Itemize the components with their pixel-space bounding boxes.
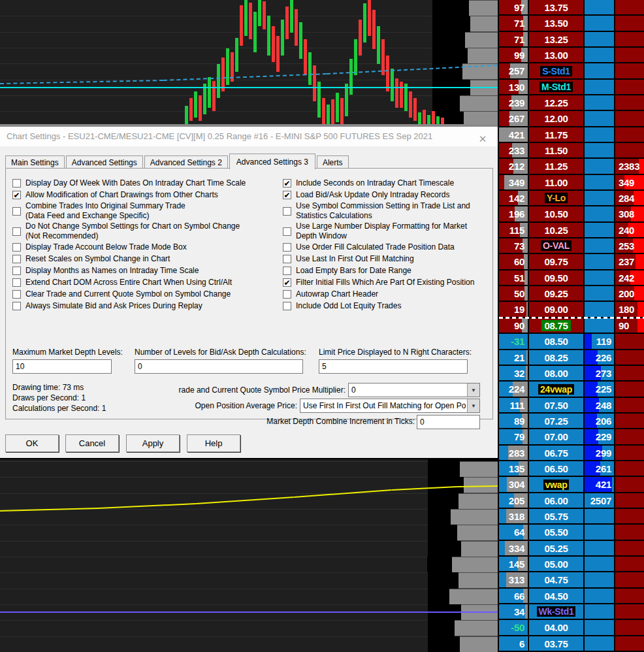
ladder-ask-depth-cell[interactable] xyxy=(615,541,644,555)
ladder-bid-depth-cell[interactable] xyxy=(585,636,615,651)
ladder-ask-depth-cell[interactable] xyxy=(615,446,644,460)
ladder-ask-depth-cell[interactable] xyxy=(615,366,644,380)
checkbox-opt-right-0[interactable]: ✔ xyxy=(283,179,291,187)
ok-button[interactable]: OK xyxy=(5,434,59,452)
checkbox-opt-left-6[interactable] xyxy=(12,267,21,275)
ladder-bid-depth-cell[interactable] xyxy=(585,16,615,31)
ladder-ask-depth-cell[interactable]: 200 xyxy=(615,286,644,301)
ladder-bid-depth-cell[interactable]: 421 xyxy=(585,477,615,492)
ladder-bid-depth-cell[interactable] xyxy=(585,541,615,555)
ladder-ask-depth-cell[interactable]: 308 xyxy=(615,206,644,221)
ladder-bid-depth-cell[interactable] xyxy=(585,206,615,221)
ladder-ask-depth-cell[interactable]: 242 xyxy=(615,270,644,285)
ladder-bid-depth-cell[interactable]: 119 xyxy=(585,334,615,349)
ladder-bid-depth-cell[interactable] xyxy=(585,111,615,126)
ladder-ask-depth-cell[interactable] xyxy=(615,16,644,31)
ladder-bid-depth-cell[interactable] xyxy=(585,143,615,157)
ladder-ask-depth-cell[interactable] xyxy=(615,398,644,412)
ladder-bid-depth-cell[interactable]: 261 xyxy=(585,461,615,476)
tab-advanced-settings-2[interactable]: Advanced Settings 2 xyxy=(144,155,228,169)
ladder-ask-depth-cell[interactable] xyxy=(615,334,644,349)
ladder-bid-depth-cell[interactable]: 229 xyxy=(585,429,615,444)
ladder-ask-depth-cell[interactable]: 240 xyxy=(615,223,644,237)
ladder-ask-depth-cell[interactable]: 237 xyxy=(615,254,644,269)
ladder-bid-depth-cell[interactable] xyxy=(585,159,615,174)
ladder-bid-depth-cell[interactable] xyxy=(585,620,615,635)
ladder-bid-depth-cell[interactable] xyxy=(585,80,615,94)
ladder-bid-depth-cell[interactable] xyxy=(585,223,615,237)
checkbox-opt-left-1[interactable]: ✔ xyxy=(12,191,21,199)
chevron-down-icon[interactable]: ▼ xyxy=(467,399,479,412)
ladder-bid-depth-cell[interactable] xyxy=(585,175,615,189)
ladder-bid-depth-cell[interactable]: 273 xyxy=(585,366,615,380)
help-button[interactable]: Help xyxy=(187,434,240,452)
ladder-bid-depth-cell[interactable] xyxy=(585,63,615,78)
ladder-bid-depth-cell[interactable] xyxy=(585,254,615,269)
checkbox-opt-right-5[interactable] xyxy=(283,255,291,263)
apply-button[interactable]: Apply xyxy=(126,434,180,452)
ladder-bid-depth-cell[interactable]: 299 xyxy=(585,446,615,460)
ladder-ask-depth-cell[interactable] xyxy=(615,461,644,476)
limit-price-chars-input[interactable] xyxy=(319,359,468,374)
ladder-bid-depth-cell[interactable] xyxy=(585,318,615,333)
chevron-down-icon[interactable]: ▼ xyxy=(467,383,479,397)
ladder-bid-depth-cell[interactable] xyxy=(585,95,615,110)
checkbox-opt-left-2[interactable] xyxy=(12,207,21,216)
ladder-bid-depth-cell[interactable] xyxy=(585,589,615,603)
ladder-bid-depth-cell[interactable] xyxy=(585,238,615,253)
ladder-ask-depth-cell[interactable] xyxy=(615,63,644,78)
open-position-avg-price-dropdown[interactable]: Use First In First Out Fill Matching for… xyxy=(300,399,480,413)
ladder-ask-depth-cell[interactable] xyxy=(615,589,644,603)
ladder-bid-depth-cell[interactable] xyxy=(585,525,615,540)
checkbox-opt-right-1[interactable]: ✔ xyxy=(283,191,291,199)
ladder-ask-depth-cell[interactable]: 2383 xyxy=(615,159,644,174)
ladder-ask-depth-cell[interactable] xyxy=(615,636,644,651)
ladder-ask-depth-cell[interactable] xyxy=(615,143,644,157)
ladder-bid-depth-cell[interactable] xyxy=(585,286,615,301)
checkbox-opt-right-4[interactable] xyxy=(283,243,291,252)
ladder-ask-depth-cell[interactable]: 253 xyxy=(615,238,644,253)
ladder-bid-depth-cell[interactable] xyxy=(585,0,615,14)
checkbox-opt-left-5[interactable] xyxy=(12,255,21,263)
ladder-bid-depth-cell[interactable]: 225 xyxy=(585,382,615,397)
checkbox-opt-right-6[interactable] xyxy=(283,267,291,275)
ladder-bid-depth-cell[interactable] xyxy=(585,572,615,587)
ladder-bid-depth-cell[interactable]: 248 xyxy=(585,398,615,412)
tab-main-settings[interactable]: Main Settings xyxy=(5,155,65,169)
tab-alerts[interactable]: Alerts xyxy=(317,155,349,169)
tab-advanced-settings-3[interactable]: Advanced Settings 3 xyxy=(229,154,315,169)
checkbox-opt-right-3[interactable] xyxy=(283,227,291,236)
ladder-ask-depth-cell[interactable] xyxy=(615,620,644,635)
ladder-ask-depth-cell[interactable] xyxy=(615,48,644,62)
ladder-ask-depth-cell[interactable] xyxy=(615,95,644,110)
ladder-ask-depth-cell[interactable] xyxy=(615,32,644,46)
ladder-ask-depth-cell[interactable] xyxy=(615,350,644,365)
ladder-ask-depth-cell[interactable] xyxy=(615,429,644,444)
close-icon[interactable]: ✕ xyxy=(477,133,489,145)
checkbox-opt-right-2[interactable] xyxy=(283,207,291,216)
ladder-ask-depth-cell[interactable] xyxy=(615,477,644,492)
ladder-bid-depth-cell[interactable] xyxy=(585,127,615,142)
tab-advanced-settings[interactable]: Advanced Settings xyxy=(66,155,143,169)
checkbox-opt-left-9[interactable] xyxy=(12,302,21,310)
ladder-ask-depth-cell[interactable]: 180 xyxy=(615,302,644,317)
ladder-bid-depth-cell[interactable] xyxy=(585,48,615,62)
ladder-ask-depth-cell[interactable] xyxy=(615,0,644,14)
bidask-depth-calc-input[interactable] xyxy=(135,359,303,374)
cancel-button[interactable]: Cancel xyxy=(65,434,119,452)
checkbox-opt-right-7[interactable]: ✔ xyxy=(283,278,291,287)
ladder-bid-depth-cell[interactable]: 206 xyxy=(585,414,615,428)
ladder-bid-depth-cell[interactable] xyxy=(585,32,615,46)
ladder-ask-depth-cell[interactable] xyxy=(615,382,644,397)
ladder-ask-depth-cell[interactable] xyxy=(615,127,644,142)
max-depth-levels-input[interactable] xyxy=(12,359,112,374)
checkbox-opt-left-7[interactable] xyxy=(12,278,21,287)
ladder-bid-depth-cell[interactable] xyxy=(585,509,615,523)
ladder-ask-depth-cell[interactable] xyxy=(615,604,644,619)
checkbox-opt-right-8[interactable] xyxy=(283,290,291,299)
ladder-bid-depth-cell[interactable] xyxy=(585,191,615,205)
ladder-ask-depth-cell[interactable]: 90 xyxy=(615,318,644,333)
ladder-ask-depth-cell[interactable] xyxy=(615,557,644,571)
ladder-bid-depth-cell[interactable] xyxy=(585,604,615,619)
checkbox-opt-left-4[interactable] xyxy=(12,243,21,252)
